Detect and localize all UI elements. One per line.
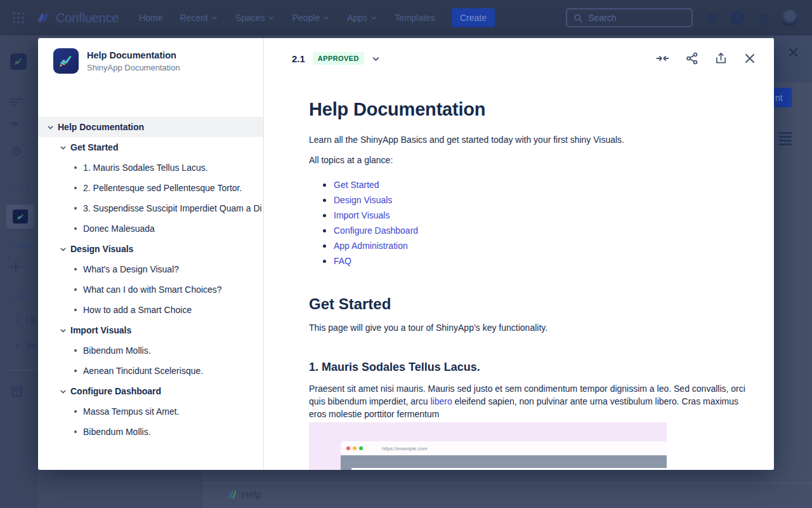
browser-inner-panel xyxy=(351,468,667,470)
archive-box-icon[interactable] xyxy=(0,386,38,397)
nav-right: ? ⚙ xyxy=(566,8,798,27)
help-slashes-icon xyxy=(225,490,236,500)
space-logo-icon[interactable] xyxy=(10,53,27,70)
bullet-dot xyxy=(323,229,326,232)
brand-wordmark: Confluence xyxy=(56,11,119,25)
window-dot-yellow xyxy=(353,446,357,450)
nav-item-templates[interactable]: Templates xyxy=(395,13,435,23)
topic-link-design-visuals[interactable]: Design Visuals xyxy=(334,195,392,205)
help-icon[interactable]: ? xyxy=(730,11,744,25)
tree-item[interactable]: What can I do with Smart Choices? xyxy=(38,279,263,300)
bullet-dot xyxy=(323,214,326,217)
sidebar-page-item[interactable]: He xyxy=(0,315,38,325)
tree-item[interactable]: Bibendum Mollis. xyxy=(38,340,263,361)
topic-link-configure-dashboard[interactable]: Configure Dashboard xyxy=(334,225,418,236)
create-button[interactable]: Create xyxy=(452,8,495,27)
version-number: 2.1 xyxy=(292,53,305,64)
search-input-wrap[interactable] xyxy=(566,8,693,27)
chevron-down-icon[interactable] xyxy=(59,144,67,152)
sidebar-page-item[interactable]: Ve xyxy=(0,340,38,351)
nav-item-people[interactable]: People xyxy=(292,13,331,23)
confluence-logo[interactable]: Confluence xyxy=(36,10,119,25)
tree-item[interactable]: 3. Suspendisse Suscipit Imperdiet Quam a… xyxy=(38,198,263,218)
inline-link-libero[interactable]: libero xyxy=(430,396,452,406)
topics-label: All topics at a glance: xyxy=(309,154,747,166)
chevron-down-icon[interactable] xyxy=(59,326,67,335)
nav-item-apps[interactable]: Apps xyxy=(347,13,377,23)
bullet-dot xyxy=(74,370,77,372)
bullet-dot xyxy=(74,207,77,210)
overview-lines-icon[interactable] xyxy=(0,98,38,107)
bullet-dot xyxy=(74,166,77,169)
chevron-down-icon xyxy=(370,14,377,22)
document-outline-panel: Help Documentation ShinyApp Documentatio… xyxy=(38,38,264,470)
window-dot-green xyxy=(359,446,363,450)
tree-item-heading[interactable]: Configure Dashboard xyxy=(38,381,263,401)
bullet-dot xyxy=(74,288,77,291)
notifications-bell-icon[interactable] xyxy=(705,12,717,24)
bullet-dot xyxy=(74,349,77,352)
nav-item-recent[interactable]: Recent xyxy=(180,13,218,23)
tree-item-heading[interactable]: Import Visuals xyxy=(38,320,263,340)
bullet-dot xyxy=(323,244,326,248)
tree-item[interactable]: What's a Design Visual? xyxy=(38,259,263,279)
topic-link-faq[interactable]: FAQ xyxy=(334,256,351,266)
list-item: Import Visuals xyxy=(309,208,747,223)
topics-link-list: Get Started Design Visuals Import Visual… xyxy=(309,177,747,269)
modal-title: Help Documentation xyxy=(87,50,180,60)
tree-item[interactable]: Donec Malesuada xyxy=(38,218,263,239)
tree-item[interactable]: 2. Pellentesque sed Pellentesque Tortor. xyxy=(38,178,263,198)
bullet-dot xyxy=(74,187,77,189)
tree-item[interactable]: Aenean Tincidunt Scelerisque. xyxy=(38,361,263,381)
page-footer-help[interactable]: Help xyxy=(225,489,261,500)
tree-item-root[interactable]: Help Documentation xyxy=(38,117,263,137)
page-close-icon[interactable] xyxy=(787,46,799,58)
dimmed-action-button-fragment[interactable]: nt xyxy=(774,88,792,107)
tree-item[interactable]: 1. Mauris Sodales Tellus Lacus. xyxy=(38,157,263,178)
tree-item[interactable]: Massa Tempus sit Amet. xyxy=(38,401,263,422)
space-sidebar-strip: ❞ ⚙ APPS SPACE S PAGES He xyxy=(0,36,38,508)
chevron-down-icon[interactable] xyxy=(46,123,55,131)
topic-link-import-visuals[interactable]: Import Visuals xyxy=(334,210,390,220)
blog-quote-icon[interactable]: ❞ xyxy=(0,121,38,135)
chevron-down-icon[interactable] xyxy=(59,387,67,396)
embedded-image[interactable]: https://example.com xyxy=(309,422,667,470)
tree-item[interactable]: Bibendum Mollis. xyxy=(38,422,263,442)
modal-subtitle: ShinyApp Documentation xyxy=(87,63,180,72)
sidebar-divider xyxy=(5,370,38,370)
avatar[interactable] xyxy=(782,10,798,26)
nav-menu: Home Recent Spaces People Apps Templates xyxy=(139,13,435,23)
sidebar-item-shinyapp[interactable] xyxy=(6,204,34,229)
tree-item-heading[interactable]: Get Started xyxy=(38,137,263,157)
apps-section-label: APPS xyxy=(0,184,38,191)
app-switcher-icon[interactable] xyxy=(13,12,24,23)
pages-section-label: PAGES xyxy=(0,295,38,302)
list-lines-icon[interactable] xyxy=(779,132,792,145)
chevron-down-icon xyxy=(211,14,218,22)
chevron-down-icon[interactable] xyxy=(59,245,67,253)
shinyapp-logo-icon xyxy=(53,48,79,74)
subsection-heading: 1. Mauris Sodales Tellus Lacus. xyxy=(309,361,747,374)
list-item: App Administration xyxy=(309,238,747,253)
settings-gear-icon[interactable]: ⚙ xyxy=(757,11,769,25)
document-panel: 2.1 APPROVED Help Docume xyxy=(264,38,774,470)
dimmed-panel-band xyxy=(774,36,812,83)
nav-item-spaces[interactable]: Spaces xyxy=(235,13,275,23)
tree-item-heading[interactable]: Design Visuals xyxy=(38,239,263,259)
search-icon xyxy=(573,13,583,23)
page-title: Help Documentation xyxy=(309,99,747,120)
add-shortcut-plus-icon[interactable] xyxy=(0,262,38,272)
chevron-down-icon xyxy=(322,14,330,22)
doc-app-header: Help Documentation ShinyApp Documentatio… xyxy=(53,48,180,74)
section-paragraph: This page will give you a tour of ShinyA… xyxy=(309,321,747,334)
nav-item-home[interactable]: Home xyxy=(139,13,162,23)
search-input[interactable] xyxy=(588,13,677,23)
tree-item[interactable]: How to add a Smart Choice xyxy=(38,300,263,320)
topic-link-get-started[interactable]: Get Started xyxy=(334,180,379,190)
footer-divider xyxy=(202,483,812,483)
bullet-dot xyxy=(323,260,326,263)
list-item: Get Started xyxy=(309,177,747,192)
sidebar-edge-divider xyxy=(201,470,202,508)
topic-link-app-administration[interactable]: App Administration xyxy=(334,241,408,251)
space-settings-gear-icon[interactable]: ⚙ xyxy=(0,145,38,157)
